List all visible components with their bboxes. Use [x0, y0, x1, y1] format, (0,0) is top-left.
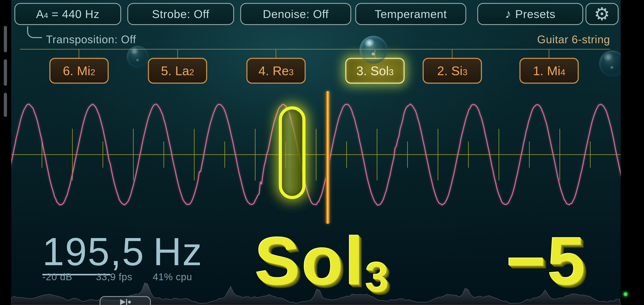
pitch-cursor-line	[326, 91, 330, 224]
tuner-app-screen: A4 = 440 Hz Strobe: Off Denoise: Off Tem…	[11, 0, 621, 305]
side-button-mark-3	[4, 93, 7, 117]
tuning-indicator-pill	[279, 106, 306, 199]
frequency-decimal: ,5	[110, 230, 145, 274]
auto-snap-button[interactable]	[100, 296, 151, 305]
snap-to-note-icon	[118, 299, 132, 305]
frequency-unit: Hz	[153, 230, 203, 274]
mic-active-indicator-dot	[624, 292, 628, 296]
frequency-integer: 195	[42, 230, 110, 275]
side-button-mark-2	[4, 59, 7, 86]
side-button-mark-1	[4, 26, 7, 52]
frequency-readout: 195,5Hz	[42, 229, 203, 274]
